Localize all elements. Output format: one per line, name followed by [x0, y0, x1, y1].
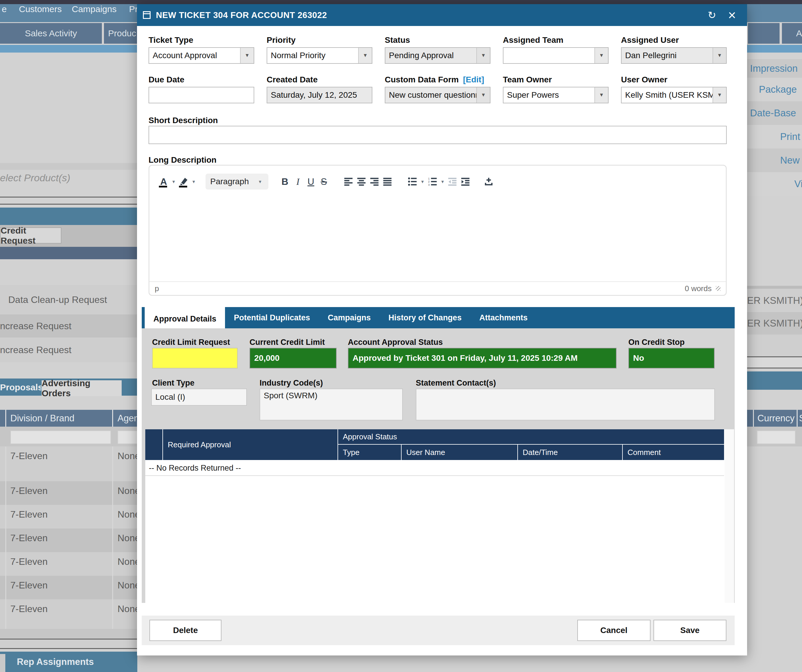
current-credit-limit-value: 20,000	[249, 348, 336, 368]
align-center-icon[interactable]	[355, 173, 368, 190]
column-currency[interactable]: Currency	[757, 410, 795, 426]
created-date-field: Saturday, July 12, 2025	[267, 87, 372, 103]
statement-contacts-label: Statement Contact(s)	[416, 378, 496, 388]
grid-header-sep	[5, 410, 6, 426]
band	[0, 163, 137, 170]
column-next-partial[interactable]: S	[799, 410, 802, 426]
link-new[interactable]: New	[747, 149, 802, 172]
dropdown-arrow-icon: ▼	[476, 48, 490, 63]
tab-right-blank[interactable]	[748, 23, 779, 44]
dropdown-arrow-icon[interactable]: ▼	[594, 87, 608, 103]
link-date-based[interactable]: Date-Base	[747, 101, 802, 125]
select-products-placeholder[interactable]: elect Product(s)	[0, 172, 137, 185]
refresh-icon[interactable]: ↻	[705, 4, 718, 26]
align-right-icon[interactable]	[368, 173, 381, 190]
paragraph-style-value: Paragraph	[210, 177, 249, 186]
column-division-brand[interactable]: Division / Brand	[10, 410, 111, 426]
italic-button[interactable]: I	[291, 173, 304, 190]
priority-select[interactable]: Normal Priority ▼	[267, 47, 372, 64]
highlight-button[interactable]	[177, 173, 190, 190]
paragraph-style-select[interactable]: Paragraph ▾	[205, 174, 268, 189]
cell-agency: None	[118, 580, 137, 591]
link-impression[interactable]: Impression	[747, 59, 802, 78]
editor-toolbar: A ▾ ▾ Paragraph ▾ B I U	[149, 166, 726, 197]
dropdown-arrow-icon[interactable]: ▼	[240, 48, 254, 63]
table-row[interactable]: 7-Eleven None	[0, 481, 137, 505]
table-scrollbar-track	[724, 429, 734, 603]
table-row[interactable]: 7-Eleven None	[0, 505, 137, 528]
due-date-input[interactable]	[149, 87, 254, 103]
editor-content[interactable]	[150, 197, 724, 281]
outdent-icon[interactable]	[446, 173, 459, 190]
bold-button[interactable]: B	[278, 173, 291, 190]
table-row[interactable]: 7-Eleven None	[0, 446, 137, 481]
custom-data-form-edit-link[interactable]: [Edit]	[463, 75, 484, 84]
cell-agency: None	[118, 533, 137, 544]
align-left-icon[interactable]	[342, 173, 355, 190]
column-agency-partial[interactable]: Agenc	[118, 410, 137, 426]
insert-icon[interactable]	[482, 173, 495, 190]
assigned-team-select[interactable]: ▼	[503, 47, 609, 64]
underline-button[interactable]: U	[304, 173, 317, 190]
industry-codes-field[interactable]: Sport (SWRM)	[260, 389, 403, 420]
table-row[interactable]: 7-Eleven None	[0, 552, 137, 576]
numbered-list-icon[interactable]: 123	[426, 173, 439, 190]
user-owner-select[interactable]: Kelly Smith (USER KSM ▼	[621, 87, 727, 103]
nav-item-partial[interactable]: e	[2, 0, 7, 18]
approval-status-group-header: Approval Status	[338, 429, 724, 444]
link-package[interactable]: Package	[747, 78, 802, 101]
filter-input-agency[interactable]	[118, 430, 139, 444]
text-color-button[interactable]: A	[157, 173, 170, 190]
nav-item-customers[interactable]: Customers	[19, 0, 62, 18]
user-owner-value: Kelly Smith (USER KSM	[622, 87, 713, 103]
text-color-chevron-icon[interactable]: ▾	[170, 179, 177, 185]
list-item-increase-request[interactable]: ncrease Request	[0, 338, 137, 362]
filter-input-division[interactable]	[10, 430, 111, 444]
align-justify-icon[interactable]	[381, 173, 394, 190]
credit-limit-request-input[interactable]	[152, 348, 238, 368]
cell-agency: None	[118, 451, 137, 462]
nav-item-campaigns[interactable]: Campaigns	[72, 0, 116, 18]
tab-proposals[interactable]: Proposals	[0, 382, 41, 393]
statement-contacts-field[interactable]	[416, 389, 715, 420]
close-icon[interactable]: ×	[726, 4, 739, 26]
dropdown-arrow-icon[interactable]: ▼	[594, 48, 608, 63]
bullet-list-icon[interactable]	[406, 173, 419, 190]
save-button[interactable]: Save	[653, 620, 726, 641]
numbered-list-chevron-icon[interactable]: ▾	[439, 179, 446, 185]
dropdown-arrow-icon[interactable]: ▼	[358, 48, 372, 63]
tab-sales-activity[interactable]: Sales Activity	[0, 23, 102, 44]
delete-button[interactable]: Delete	[149, 620, 222, 641]
ticket-type-value: Account Approval	[149, 48, 240, 63]
highlight-chevron-icon[interactable]: ▾	[190, 179, 197, 185]
tab-product-partial[interactable]: Produc	[104, 23, 141, 44]
tab-attachments[interactable]: Attachments	[471, 307, 537, 328]
bullet-list-chevron-icon[interactable]: ▾	[419, 179, 426, 185]
strikethrough-button[interactable]: S	[317, 173, 330, 190]
tab-advertising-orders[interactable]: Advertising Orders	[42, 380, 122, 396]
tab-history-of-changes[interactable]: History of Changes	[380, 307, 471, 328]
tab-approval-details[interactable]: Approval Details	[145, 307, 225, 331]
client-type-field[interactable]: Local (I)	[151, 389, 247, 405]
table-row[interactable]: 7-Eleven None	[0, 528, 137, 552]
list-item-data-cleanup[interactable]: Data Clean-up Request	[0, 285, 146, 315]
tab-campaigns[interactable]: Campaigns	[319, 307, 380, 328]
credit-request-button[interactable]: Credit Request	[0, 227, 61, 244]
team-owner-select[interactable]: Super Powers ▼	[503, 87, 609, 103]
list-item-increase-request[interactable]: ncrease Request	[0, 315, 137, 338]
dropdown-arrow-icon[interactable]: ▼	[713, 87, 726, 103]
filter-input-currency[interactable]	[757, 430, 796, 444]
link-view-partial[interactable]: Vie	[747, 172, 802, 196]
short-description-input[interactable]	[149, 126, 727, 144]
table-row[interactable]: 7-Eleven None	[0, 576, 137, 599]
indent-icon[interactable]	[459, 173, 472, 190]
table-row[interactable]: 7-Eleven None	[0, 599, 137, 629]
on-credit-stop-label: On Credit Stop	[628, 338, 685, 347]
editor-resize-handle[interactable]	[716, 286, 721, 291]
nav-item-products-partial[interactable]: Pr	[129, 0, 137, 18]
ticket-type-select[interactable]: Account Approval ▼	[149, 47, 254, 64]
link-print[interactable]: Print	[747, 125, 802, 149]
cancel-button[interactable]: Cancel	[577, 620, 650, 641]
tab-right-partial[interactable]: A	[782, 23, 802, 44]
tab-potential-duplicates[interactable]: Potential Duplicates	[225, 307, 319, 328]
